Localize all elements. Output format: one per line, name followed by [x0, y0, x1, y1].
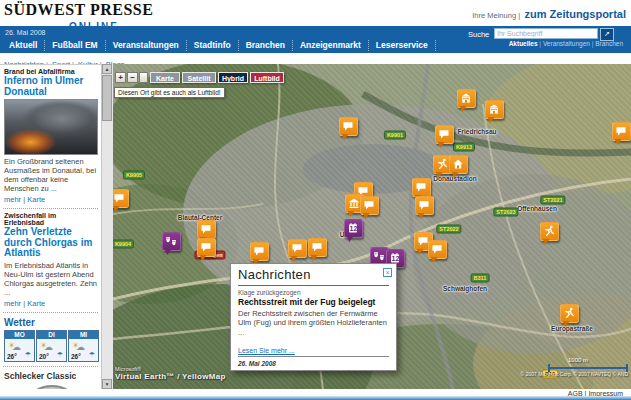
speech-bubble-icon [253, 245, 265, 257]
popup-headline[interactable]: Rechtsstreit mit der Fug beigelegt [238, 297, 389, 307]
house-marker[interactable] [449, 155, 468, 174]
nav-item-leserservice[interactable]: Leserservice [369, 40, 436, 51]
runner-icon [543, 225, 555, 237]
speech-bubble-marker[interactable] [113, 189, 129, 208]
scroll-down-button[interactable]: ▼ [102, 379, 112, 389]
search-scopes: AktuellesVeranstaltungenBranchen [509, 40, 623, 47]
map-type-hybrid-button[interactable]: Hybrid [218, 72, 248, 83]
search-input[interactable] [494, 28, 598, 39]
article-title[interactable]: Inferno im Ulmer Donautal [4, 76, 97, 97]
popup-separator [238, 356, 389, 357]
place-label-europastra-e: Europastraße [551, 325, 593, 332]
search-label: Suche [468, 30, 489, 39]
speech-bubble-marker[interactable] [428, 240, 447, 259]
weather-day-mi: MI☀☁26°☂ [68, 330, 99, 362]
popup-title: Nachrichten [238, 267, 311, 282]
weather-icon-sun-cloud-rain: ☀☁26°☂ [5, 339, 34, 361]
speech-bubble-icon [311, 241, 323, 253]
road-badge-st2023: ST2023 [493, 208, 518, 217]
map-type-karte-button[interactable]: Karte [150, 72, 180, 83]
article-link-karte[interactable]: Karte [27, 195, 45, 204]
weather-day-label: MO [5, 331, 34, 339]
speech-bubble-marker[interactable] [250, 242, 269, 261]
ihre-meinung-link[interactable]: Ihre Meinung | [472, 11, 520, 20]
sidebar-scrollbar[interactable]: ▲ ▼ [101, 64, 113, 389]
search-scope-veranstaltungen[interactable]: Veranstaltungen [543, 40, 595, 47]
speech-bubble-marker[interactable] [197, 220, 216, 239]
runner-icon [563, 307, 575, 319]
speech-bubble-icon [363, 199, 375, 211]
zeitungsportal-link[interactable]: zum Zeitungsportal [525, 8, 626, 20]
road-badge-k9913: K9913 [453, 143, 475, 152]
calendar-day-label: 12 [387, 255, 404, 263]
map-watermark: Microsoft® Virtual Earth™ / YellowMap [115, 367, 226, 381]
map-type-luftbild-button[interactable]: Luftbild [250, 72, 284, 83]
weather-title: Wetter [0, 313, 101, 330]
speech-bubble-marker[interactable] [360, 196, 379, 215]
scroll-thumb[interactable] [102, 75, 112, 121]
nav-item-stadtinfo[interactable]: Stadtinfo [187, 40, 239, 51]
footer-divider [0, 396, 631, 400]
popup-more-link[interactable]: Lesen Sie mehr ... [238, 347, 295, 354]
runner-icon [436, 158, 448, 170]
close-icon[interactable]: × [383, 268, 392, 277]
speech-bubble-marker[interactable] [612, 122, 631, 141]
speech-bubble-icon [615, 125, 627, 137]
article-link-mehr[interactable]: mehr [4, 195, 27, 204]
speech-bubble-marker[interactable] [435, 125, 454, 144]
weather-table: MO☀☁26°☂DI☀☁20°☂MI☀☁26°☂ [4, 330, 101, 362]
weather-day-label: DI [37, 331, 66, 339]
article-teaser: Ein Großbrand seltenen Ausmaßes im Donau… [4, 157, 97, 193]
article-link-mehr[interactable]: mehr [4, 299, 27, 308]
news-popup: Nachrichten × Klage zurückgezogen Rechts… [230, 263, 397, 371]
zoom-in-button[interactable]: + [115, 72, 126, 83]
map-copyright: © 2007 Microsoft Corp. © 2007 NAVTEQ © A… [458, 371, 628, 377]
scroll-up-button[interactable]: ▲ [102, 64, 112, 74]
map-canvas[interactable]: + − KarteSatellitHybridLuftbild Diesen O… [113, 64, 631, 389]
masks-marker[interactable] [162, 232, 181, 251]
nav-item-anzeigenmarkt[interactable]: Anzeigenmarkt [293, 40, 369, 51]
building-icon [488, 103, 500, 115]
teaser-article: Zwischenfall im ErlebnisbadZehn Verletzt… [0, 209, 101, 308]
search-scope-branchen[interactable]: Branchen [595, 40, 623, 47]
search-scope-aktuelles[interactable]: Aktuelles [509, 40, 543, 47]
rain-icon: ☂ [25, 351, 31, 359]
speech-bubble-icon [200, 241, 212, 253]
museum-icon [348, 197, 360, 209]
speech-bubble-marker[interactable] [339, 117, 358, 136]
speech-bubble-marker[interactable] [197, 238, 216, 257]
nav-item-fußball-em[interactable]: Fußball EM [45, 40, 105, 51]
rain-icon: ☂ [57, 351, 63, 359]
building-marker[interactable] [457, 89, 476, 108]
sub-nav: NachrichtenSportKulturBlogs [0, 53, 631, 64]
rain-icon: ☂ [89, 351, 95, 359]
runner-marker[interactable] [560, 304, 579, 323]
speech-bubble-marker[interactable] [415, 196, 434, 215]
building-marker[interactable] [485, 100, 504, 119]
nav-item-veranstaltungen[interactable]: Veranstaltungen [106, 40, 187, 51]
virtual-earth-watermark: Virtual Earth™ / YellowMap [115, 372, 226, 381]
date-label: 26. Mai 2008 [5, 29, 45, 36]
speech-bubble-marker[interactable] [288, 239, 307, 258]
promo-title: Schlecker Classic [0, 367, 101, 383]
map-type-satellit-button[interactable]: Satellit [182, 72, 216, 83]
calendar-day-label: 12 [345, 225, 362, 233]
article-title[interactable]: Zehn Verletzte durch Chlorgas im Atlanti… [4, 227, 97, 259]
weather-temp: 20° [39, 353, 49, 360]
speech-bubble-marker[interactable] [308, 238, 327, 257]
speech-bubble-marker[interactable] [412, 178, 431, 197]
masthead-links: Ihre Meinung | zum Zeitungsportal [472, 4, 626, 22]
masks-icon [373, 250, 385, 262]
calendar-marker[interactable]: 12 [344, 219, 363, 238]
speech-bubble-icon [200, 223, 212, 235]
article-link-karte[interactable]: Karte [27, 299, 45, 308]
place-label-offenhausen: Offenhausen [517, 205, 557, 212]
sidebar: Brand bei AbfallfirmaInferno im Ulmer Do… [0, 64, 101, 390]
map-mode-mini-button[interactable] [139, 72, 148, 83]
house-icon [452, 158, 464, 170]
runner-marker[interactable] [540, 222, 559, 241]
zoom-out-button[interactable]: − [127, 72, 138, 83]
speech-bubble-icon [431, 243, 443, 255]
nav-item-aktuell[interactable]: Aktuell [2, 40, 45, 51]
nav-item-branchen[interactable]: Branchen [239, 40, 293, 51]
